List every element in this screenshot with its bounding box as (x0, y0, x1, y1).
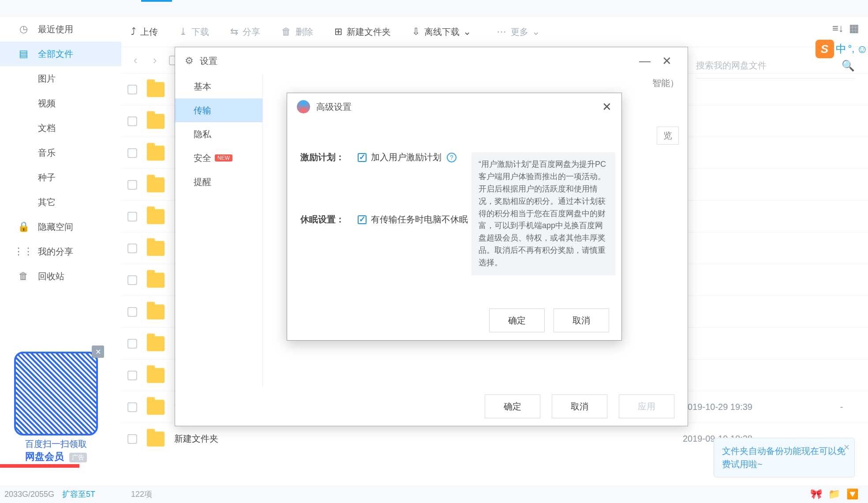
nav-forward-button[interactable]: › (145, 51, 165, 70)
row-checkbox[interactable] (127, 148, 137, 158)
sidebar-label: 最近使用 (38, 23, 73, 35)
settings-tab-privacy[interactable]: 隐私 (175, 122, 262, 146)
incentive-label: 激励计划： (300, 151, 358, 163)
sleep-option: 有传输任务时电脑不休眠 (371, 214, 468, 225)
sidebar-item-allfiles[interactable]: ▤ 全部文件 (0, 41, 121, 66)
offline-button[interactable]: ⇩离线下载⌄ (412, 26, 475, 38)
nav-back-button[interactable]: ‹ (126, 51, 145, 70)
download-button[interactable]: ⤓下载 (179, 26, 209, 38)
settings-tab-remind[interactable]: 提醒 (175, 170, 262, 194)
storage-footer: 2033G/2055G 扩容至5T (0, 485, 121, 503)
advanced-ok-button[interactable]: 确定 (489, 308, 545, 332)
row-checkbox[interactable] (127, 307, 137, 317)
share-button[interactable]: ⇆分享 (230, 26, 260, 38)
folder-icon (147, 273, 165, 288)
main-footer: 122项 🎀 📁 🔽 (121, 485, 868, 503)
folder-icon (147, 368, 165, 383)
grid-view-icon[interactable]: ▦ (849, 22, 859, 34)
backup-tip-toast: ✕ 文件夹自动备份功能现在可以免费试用啦~ (714, 438, 855, 477)
close-icon[interactable]: ✕ (92, 345, 104, 358)
folder-icon (147, 82, 165, 97)
tip-text: 文件夹自动备份功能现在可以免费试用啦~ (722, 446, 846, 469)
offline-icon: ⇩ (412, 26, 420, 38)
newfolder-button[interactable]: ⊞新建文件夹 (334, 26, 391, 38)
qr-promo: ✕ 百度扫一扫领取 网盘会员 广告 (10, 349, 102, 463)
row-checkbox[interactable] (127, 116, 137, 126)
folder-icon (147, 114, 165, 129)
row-checkbox[interactable] (127, 275, 137, 285)
settings-tab-basic[interactable]: 基本 (175, 75, 262, 98)
advanced-cancel-button[interactable]: 取消 (554, 308, 609, 332)
settings-apply-button[interactable]: 应用 (619, 394, 674, 418)
sogou-icon: S (816, 40, 834, 58)
sidebar-item-hidden[interactable]: 🔒 隐藏空间 (0, 214, 121, 239)
settings-tab-transfer[interactable]: 传输 (175, 98, 262, 122)
active-tab-indicator (141, 0, 172, 2)
row-checkbox[interactable] (127, 339, 137, 349)
row-checkbox[interactable] (127, 434, 137, 444)
chevron-down-icon: ⌄ (532, 26, 540, 38)
incentive-checkbox[interactable] (358, 153, 367, 162)
row-checkbox[interactable] (127, 85, 137, 94)
advanced-body: 激励计划： 加入用户激励计划 ? 休眠设置： 有传输任务时电脑不休眠 ? “用户… (287, 120, 621, 225)
sort-icon[interactable]: ≡↓ (832, 22, 844, 34)
incentive-tooltip: “用户激励计划”是百度网盘为提升PC客户端用户体验而推出的一项活动。开启后根据用… (471, 152, 615, 275)
file-name: 新建文件夹 (174, 433, 683, 445)
upload-button[interactable]: ⤴上传 (131, 26, 158, 38)
share-icon: ⋮⋮ (17, 245, 30, 258)
row-checkbox[interactable] (127, 244, 137, 253)
folder-icon (147, 241, 165, 256)
ime-badge: S 中 °, ☺ (816, 40, 868, 58)
sidebar-item-videos[interactable]: 视频 (0, 91, 121, 116)
browse-button-peek[interactable]: 览 (657, 127, 679, 145)
search-placeholder: 搜索我的网盘文件 (696, 60, 767, 71)
footer-icons: 🎀 📁 🔽 (810, 488, 858, 500)
lock-icon: 🔒 (17, 220, 30, 233)
top-bar (0, 0, 868, 17)
minimize-button[interactable]: — (634, 50, 656, 72)
row-checkbox[interactable] (127, 371, 137, 380)
row-checkbox[interactable] (127, 402, 137, 412)
more-button[interactable]: ⋯更多⌄ (497, 26, 544, 38)
sidebar-item-recycle[interactable]: 🗑 回收站 (0, 264, 121, 289)
close-button[interactable]: ✕ (656, 50, 678, 72)
storage-bar (0, 464, 79, 468)
settings-tab-security[interactable]: 安全NEW (175, 146, 262, 170)
close-icon[interactable]: ✕ (843, 442, 850, 454)
sleep-checkbox[interactable] (358, 215, 367, 224)
expand-storage-link[interactable]: 扩容至5T (62, 489, 95, 499)
sidebar-item-music[interactable]: 音乐 (0, 140, 121, 165)
folder-icon[interactable]: 📁 (828, 488, 840, 500)
ad-tag: 广告 (69, 453, 87, 462)
files-icon: ▤ (17, 47, 30, 60)
settings-cancel-button[interactable]: 取消 (552, 394, 607, 418)
gift-icon[interactable]: 🎀 (810, 488, 822, 500)
info-icon[interactable]: ? (447, 153, 456, 162)
sidebar-item-images[interactable]: 图片 (0, 66, 121, 91)
folder-icon (147, 209, 165, 224)
settings-ok-button[interactable]: 确定 (485, 394, 540, 418)
row-checkbox[interactable] (127, 180, 137, 190)
ime-punct-icon: °, (848, 43, 855, 55)
transfer-icon[interactable]: 🔽 (846, 488, 858, 500)
sidebar-label: 回收站 (38, 270, 64, 282)
sidebar-label: 全部文件 (38, 48, 73, 60)
sidebar-item-seeds[interactable]: 种子 (0, 165, 121, 190)
qr-code-image (14, 352, 98, 435)
trash-icon: 🗑 (17, 270, 30, 283)
more-icon: ⋯ (497, 26, 506, 38)
sidebar-item-share[interactable]: ⋮⋮ 我的分享 (0, 239, 121, 264)
sidebar: ◷ 最近使用 ▤ 全部文件 图片 视频 文档 音乐 种子 其它 🔒 隐藏空间 ⋮… (0, 17, 121, 485)
sidebar-item-docs[interactable]: 文档 (0, 116, 121, 140)
baidu-logo-icon (297, 100, 310, 113)
close-button[interactable]: ✕ (602, 100, 612, 114)
settings-titlebar: ⚙ 设置 — ✕ (175, 47, 688, 75)
sidebar-item-others[interactable]: 其它 (0, 190, 121, 214)
search-icon: 🔍 (842, 60, 855, 72)
delete-button[interactable]: 🗑删除 (281, 26, 313, 38)
sidebar-label: 我的分享 (38, 246, 73, 258)
sidebar-item-recent[interactable]: ◷ 最近使用 (0, 17, 121, 41)
storage-usage: 2033G/2055G (4, 490, 54, 499)
item-count: 122项 (131, 489, 152, 499)
row-checkbox[interactable] (127, 212, 137, 221)
